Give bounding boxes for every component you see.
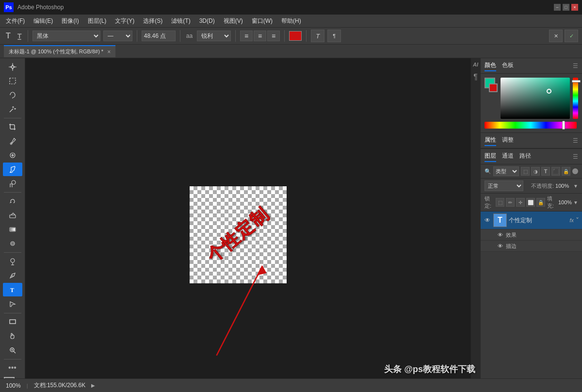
properties-tabs: 属性 调整: [485, 135, 514, 146]
svg-point-14: [11, 242, 15, 245]
hue-alpha-strip: [573, 78, 578, 119]
eyedropper-tool[interactable]: [3, 134, 22, 148]
menu-select[interactable]: 选择(S): [139, 16, 166, 26]
move-tool[interactable]: [3, 60, 22, 74]
menu-text[interactable]: 文字(Y): [111, 16, 138, 26]
more-tools-button[interactable]: •••: [3, 361, 22, 375]
clone-stamp-tool[interactable]: [3, 177, 22, 190]
warp-text-button[interactable]: T: [311, 30, 324, 42]
menu-view[interactable]: 视图(V): [220, 16, 247, 26]
filter-text-icon[interactable]: T: [541, 167, 550, 176]
crop-tool[interactable]: [3, 120, 22, 134]
bg-swatch[interactable]: [489, 83, 498, 92]
separator2: [137, 30, 137, 42]
layer-effects-item[interactable]: 👁 效果: [481, 229, 582, 241]
layer-fx-icon[interactable]: fx: [569, 217, 574, 223]
properties-panel-menu-icon[interactable]: ☰: [573, 137, 578, 144]
tab-swatches[interactable]: 色板: [502, 60, 514, 71]
layer-visibility-toggle[interactable]: 👁: [484, 216, 491, 224]
dodge-tool[interactable]: [3, 255, 22, 268]
menu-3d[interactable]: 3D(D): [195, 16, 219, 25]
layer-type-filter[interactable]: 类型: [493, 166, 519, 176]
lock-pixels-icon[interactable]: ✏: [506, 198, 515, 207]
brush-tool[interactable]: [3, 163, 22, 176]
marquee-tool[interactable]: [3, 74, 22, 88]
layers-panel-menu-icon[interactable]: ☰: [573, 153, 578, 160]
align-center-button[interactable]: ≡: [254, 31, 266, 41]
filter-toggle[interactable]: [572, 168, 578, 174]
font-style-select[interactable]: —: [103, 31, 132, 41]
window-controls: – □ ×: [554, 4, 578, 11]
lock-position-icon[interactable]: ✛: [516, 198, 525, 207]
layers-panel: 图层 通道 路径 ☰ 🔍 类型 ⬚ ◑ T ⬛ 🔒: [481, 149, 582, 392]
tab-close-button[interactable]: ×: [107, 49, 111, 55]
tab-paths[interactable]: 路径: [519, 151, 531, 162]
color-panel-menu-icon[interactable]: ☰: [573, 63, 578, 69]
cancel-button[interactable]: ✕: [549, 30, 563, 42]
menu-layer[interactable]: 图层(L): [84, 16, 111, 26]
close-button[interactable]: ×: [571, 4, 578, 11]
filter-pixel-icon[interactable]: ⬚: [521, 167, 530, 176]
font-size-input[interactable]: [142, 31, 176, 41]
menu-help[interactable]: 帮助(H): [277, 16, 305, 26]
history-brush-tool[interactable]: [3, 195, 22, 208]
lock-artboard-icon[interactable]: ⬜: [526, 198, 535, 207]
hue-vertical-strip[interactable]: [573, 78, 578, 119]
rectangle-tool[interactable]: [3, 315, 22, 328]
ai-button[interactable]: AI: [473, 60, 478, 69]
hue-strip[interactable]: [485, 122, 577, 129]
stroke-visibility-icon[interactable]: 👁: [496, 242, 504, 250]
font-family-select[interactable]: 黑体: [32, 31, 100, 41]
text-tool[interactable]: T: [3, 283, 22, 296]
pilcrow-button[interactable]: ¶: [473, 73, 478, 82]
character-panels-button[interactable]: ¶: [327, 30, 341, 42]
tab-channels[interactable]: 通道: [502, 151, 514, 162]
magic-wand-tool[interactable]: [3, 102, 22, 116]
blur-tool[interactable]: [3, 237, 22, 250]
layer-expand-icon[interactable]: ˅: [576, 216, 579, 224]
layer-item-text[interactable]: 👁 T 个性定制 fx ˅: [481, 212, 582, 229]
confirm-button[interactable]: ✓: [565, 30, 578, 42]
color-gradient-picker[interactable]: [501, 78, 570, 119]
document-tab[interactable]: 未标题-1 @ 100% (个性定制, RGB/8#) * ×: [4, 45, 115, 57]
gradient-tool[interactable]: [3, 223, 22, 236]
menu-image[interactable]: 图像(I): [58, 16, 82, 26]
blend-mode-select[interactable]: 正常: [485, 180, 523, 191]
anti-alias-select[interactable]: 锐利: [197, 31, 231, 41]
canvas-document[interactable]: 个性定制: [190, 186, 287, 283]
lock-transparent-icon[interactable]: ⬚: [496, 198, 504, 207]
fill-value[interactable]: 100%: [558, 199, 572, 205]
menu-filter[interactable]: 滤镜(T): [167, 16, 194, 26]
tab-color[interactable]: 颜色: [485, 60, 496, 71]
menu-window[interactable]: 窗口(W): [248, 16, 276, 26]
layer-name-text: 个性定制: [509, 216, 567, 225]
filter-smart-icon[interactable]: 🔒: [562, 167, 570, 176]
hand-tool[interactable]: [3, 329, 22, 343]
align-right-button[interactable]: ≡: [267, 31, 280, 41]
pen-tool[interactable]: [3, 269, 22, 282]
layer-stroke-item[interactable]: 👁 描边: [481, 241, 582, 252]
menu-edit[interactable]: 编辑(E): [30, 16, 57, 26]
maximize-button[interactable]: □: [563, 4, 569, 11]
align-left-button[interactable]: ≡: [240, 31, 253, 41]
opacity-value[interactable]: 100%: [555, 183, 572, 189]
healing-brush-tool[interactable]: [3, 148, 22, 162]
right-panel: 颜色 色板 ☰: [480, 58, 582, 392]
lasso-tool[interactable]: [3, 88, 22, 102]
effect-visibility-icon[interactable]: 👁: [496, 231, 504, 239]
main-area: T ••• 个性定制: [0, 58, 582, 392]
zoom-tool[interactable]: [3, 343, 22, 357]
text-color-swatch[interactable]: [289, 31, 302, 41]
path-selection-tool[interactable]: [3, 297, 22, 310]
tab-adjustments[interactable]: 调整: [502, 135, 514, 146]
minimize-button[interactable]: –: [554, 4, 561, 11]
filter-shape-icon[interactable]: ⬛: [551, 167, 560, 176]
tab-properties[interactable]: 属性: [485, 135, 496, 146]
filter-adjust-icon[interactable]: ◑: [531, 167, 540, 176]
text-tool-icon[interactable]: T: [4, 32, 13, 40]
tab-layers[interactable]: 图层: [485, 151, 496, 162]
text-tool-vertical-icon[interactable]: T̲: [16, 33, 23, 40]
eraser-tool[interactable]: [3, 209, 22, 222]
lock-all-icon[interactable]: 🔒: [536, 198, 545, 207]
menu-file[interactable]: 文件(F): [2, 16, 29, 26]
